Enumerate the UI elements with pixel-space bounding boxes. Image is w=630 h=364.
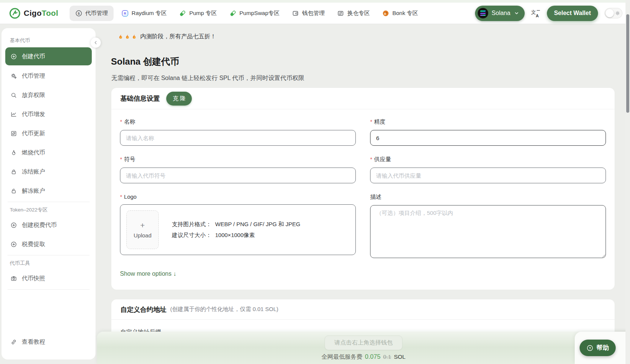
- card-title: 基础信息设置: [120, 94, 160, 103]
- network-selector[interactable]: Solana: [475, 6, 525, 21]
- sidebar-item-label: 税费提取: [22, 240, 45, 248]
- question-circle-icon: ?: [586, 344, 594, 352]
- sidebar-item-token-snapshot[interactable]: 代币快照: [5, 270, 92, 287]
- chart-icon: [11, 111, 17, 118]
- link-icon: [11, 339, 17, 345]
- required-mark: *: [120, 118, 122, 125]
- main-content: 内测阶段，所有产品七五折！ Solana 创建代币 无需编程，即可在 Solan…: [96, 24, 630, 364]
- sidebar-divider: [8, 255, 90, 255]
- select-wallet-button[interactable]: Select Wallet: [547, 6, 598, 21]
- svg-text:$: $: [78, 11, 80, 15]
- sidebar-item-label: 放弃权限: [22, 91, 45, 99]
- description-label: 描述: [370, 193, 606, 201]
- sun-icon: [615, 11, 620, 16]
- basic-info-card-header: 基础信息设置 克 隆: [111, 88, 615, 109]
- svg-text:R: R: [124, 11, 126, 15]
- translate-icon[interactable]: 文A: [531, 9, 540, 18]
- name-label: *名称: [120, 118, 356, 125]
- sidebar-item-mint-token[interactable]: 代币增发: [5, 106, 92, 123]
- camera-icon: [11, 275, 17, 282]
- fire-icon: [117, 33, 124, 40]
- top-navbar: CigoTool $代币管理RRaydium 专区Pump 专区PumpSwap…: [0, 0, 630, 24]
- format-hint-label: 支持图片格式：: [172, 221, 211, 228]
- fee-label: 全网最低服务费: [322, 353, 363, 361]
- sidebar-item-create-token[interactable]: 创建代币: [5, 47, 92, 65]
- cigotool-logo-icon: [9, 8, 21, 19]
- required-mark: *: [120, 156, 122, 162]
- sidebar-item-freeze-account[interactable]: 冻结账户: [5, 163, 92, 180]
- nav-item-wallet-manage[interactable]: 钱包管理: [287, 6, 329, 20]
- required-mark: *: [120, 193, 122, 200]
- sidebar-item-label: 创建税费代币: [22, 221, 57, 229]
- clone-badge[interactable]: 克 隆: [166, 92, 192, 106]
- fire-icon: [131, 33, 137, 40]
- sidebar-item-manage-token[interactable]: 代币管理: [5, 68, 92, 85]
- scrollbar-track: [625, 0, 630, 364]
- svg-text:?: ?: [589, 346, 591, 350]
- lock-icon: [11, 169, 17, 175]
- nav-item-pump[interactable]: Pump 专区: [175, 6, 221, 20]
- sidebar-section-title: Token–2022专区: [5, 207, 92, 213]
- sidebar-item-unfreeze-account[interactable]: 解冻账户: [5, 183, 92, 199]
- sidebar-item-tutorial[interactable]: 查看教程: [5, 334, 92, 350]
- scrollbar-thumb[interactable]: [626, 14, 629, 113]
- nav-item-bonk[interactable]: Bonk 专区: [378, 6, 422, 20]
- upload-hints: 支持图片格式：WEBP / PNG / GIF/ JPG 和 JPEG 建议尺寸…: [172, 221, 300, 239]
- nav-item-label: 钱包管理: [302, 10, 325, 17]
- page-title: Solana 创建代币: [111, 56, 179, 68]
- sidebar-item-label: 代币管理: [22, 72, 45, 80]
- sidebar-item-withdraw-tax[interactable]: 税费提取: [5, 236, 92, 253]
- toggle-knob: [606, 9, 614, 17]
- promo-banner: 内测阶段，所有产品七五折！: [117, 33, 216, 41]
- nav-item-label: 换仓专区: [347, 10, 370, 17]
- cigotool-logo[interactable]: CigoTool: [9, 8, 58, 19]
- navbar-right: Solana 文A Select Wallet: [475, 6, 622, 21]
- pill-icon: [229, 10, 237, 17]
- help-panel: ? 帮助: [575, 332, 630, 364]
- fee-line: 全网最低服务费 0.075 0.1 SOL: [322, 353, 405, 361]
- promo-text: 内测阶段，所有产品七五折！: [140, 33, 216, 41]
- sidebar-item-revoke-authority[interactable]: 放弃权限: [5, 87, 92, 104]
- sidebar-item-update-token[interactable]: 代币更新: [5, 125, 92, 142]
- sidebar-item-label: 燃烧代币: [22, 149, 45, 157]
- sidebar-item-create-tax-token[interactable]: 创建税费代币: [5, 217, 92, 234]
- page-subtitle: 无需编程，即可在 Solana 链上轻松发行 SPL 代币，并同时设置代币权限: [111, 74, 304, 82]
- sidebar-item-label: 代币增发: [22, 110, 45, 118]
- logo-label: *Logo: [120, 193, 356, 200]
- logo-field-group: *Logo + Upload 支持图片格式：WEBP / PNG / GIF/ …: [120, 193, 356, 255]
- svg-text:A: A: [536, 13, 539, 17]
- unlock-icon: [11, 188, 17, 194]
- help-button[interactable]: ? 帮助: [580, 340, 616, 356]
- symbol-field-group: *符号: [120, 156, 356, 183]
- decimals-input[interactable]: [370, 130, 606, 146]
- plus-circle-icon: [11, 53, 17, 60]
- sidebar-item-burn-token[interactable]: 燃烧代币: [5, 144, 92, 161]
- pill-icon: [179, 10, 186, 17]
- chevron-down-icon: [514, 11, 519, 16]
- wallet-prompt-button[interactable]: 请点击右上角选择钱包: [325, 335, 402, 350]
- decimals-field-group: *精度: [370, 118, 606, 146]
- nav-item-raydium[interactable]: RRaydium 专区: [117, 6, 171, 20]
- solana-icon: [478, 8, 488, 18]
- sidebar-item-label: 创建代币: [22, 53, 45, 60]
- svg-text:文: 文: [531, 9, 536, 15]
- symbol-input[interactable]: [120, 168, 356, 183]
- chevron-left-icon: [93, 40, 99, 45]
- nav-item-swap-zone[interactable]: 换仓专区: [332, 6, 374, 20]
- required-mark: *: [370, 118, 372, 125]
- sidebar-collapse-button[interactable]: [91, 38, 101, 48]
- description-textarea[interactable]: [370, 205, 606, 258]
- refresh-icon: [11, 130, 17, 137]
- upload-button[interactable]: + Upload: [126, 210, 159, 249]
- nav-item-pumpswap[interactable]: PumpSwap专区: [225, 6, 284, 20]
- name-input[interactable]: [120, 130, 356, 146]
- sidebar-item-label: 代币快照: [22, 275, 45, 282]
- bonk-icon: [382, 10, 389, 17]
- theme-toggle[interactable]: [604, 8, 622, 18]
- nav-item-token-manage[interactable]: $代币管理: [70, 6, 114, 21]
- raydium-icon: R: [121, 10, 129, 17]
- show-more-options-link[interactable]: Show more options ↓: [120, 270, 176, 277]
- plus-circle-icon: [11, 241, 17, 248]
- sidebar-section-title: 代币工具: [5, 260, 92, 267]
- supply-input[interactable]: [370, 168, 606, 183]
